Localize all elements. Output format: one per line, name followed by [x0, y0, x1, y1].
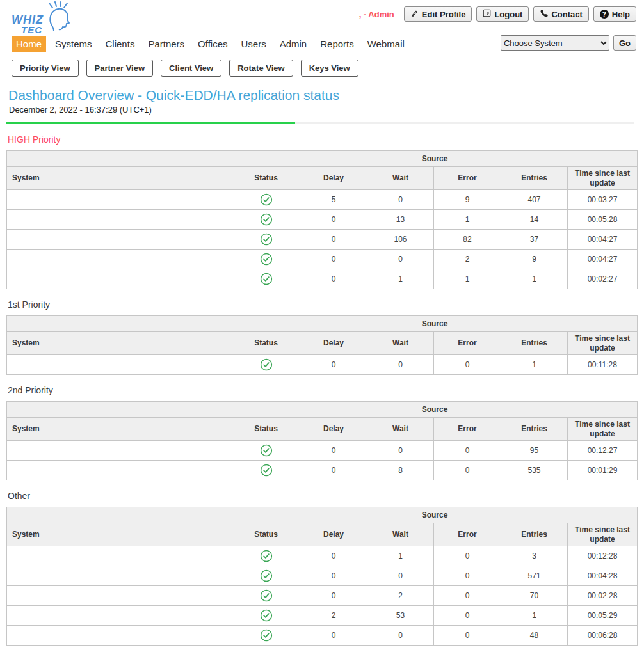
help-label: Help — [612, 10, 630, 19]
logo-text: WHIZ TEC — [12, 15, 44, 35]
entries-cell: 535 — [501, 461, 568, 480]
status-cell — [232, 566, 300, 586]
source-group-header: Source — [232, 507, 638, 523]
system-cell — [7, 546, 232, 566]
source-group-header: Source — [232, 402, 638, 418]
system-group-blank-header — [7, 507, 232, 523]
help-button[interactable]: ? Help — [593, 6, 636, 22]
error-cell: 0 — [434, 606, 501, 626]
system-group-blank-header — [7, 402, 232, 418]
contact-button[interactable]: Contact — [533, 6, 588, 22]
status-table: Source System Status Delay Wait Error En… — [6, 401, 638, 480]
error-column-header: Error — [434, 418, 501, 441]
error-cell: 82 — [434, 230, 501, 250]
nav-item-partners[interactable]: Partners — [143, 36, 189, 52]
wait-column-header: Wait — [367, 418, 434, 441]
entries-column-header: Entries — [501, 418, 568, 441]
entries-column-header: Entries — [501, 167, 568, 190]
delay-column-header: Delay — [300, 418, 367, 441]
page-datetime: December 2, 2022 - 16:37:29 (UTC+1) — [9, 105, 644, 115]
wait-column-header: Wait — [367, 332, 434, 355]
time-since-update-cell: 00:12:28 — [568, 546, 638, 566]
section-title: HIGH Priority — [8, 134, 644, 145]
time-since-update-cell: 00:02:27 — [568, 269, 638, 289]
partner-view-button[interactable]: Partner View — [86, 60, 154, 77]
section-2nd-priority: 2nd Priority Source System Status Delay … — [0, 385, 644, 480]
pencil-icon — [410, 9, 419, 19]
error-cell: 0 — [434, 441, 501, 461]
help-icon: ? — [600, 10, 609, 19]
wait-cell: 0 — [367, 626, 434, 646]
error-cell: 1 — [434, 210, 501, 230]
status-ok-icon — [260, 550, 273, 562]
wait-cell: 13 — [367, 210, 434, 230]
entries-cell: 3 — [501, 546, 568, 566]
status-cell — [232, 355, 300, 375]
table-row: 0 0 2 9 00:04:27 — [7, 250, 638, 269]
table-row: 0 0 0 48 00:06:28 — [7, 626, 638, 646]
error-cell: 0 — [434, 586, 501, 606]
keys-view-button[interactable]: Keys View — [301, 60, 358, 77]
section-other: Other Source System Status Delay Wait Er… — [0, 491, 644, 646]
logout-label: Logout — [494, 10, 522, 19]
logout-button[interactable]: Logout — [476, 6, 529, 22]
nav-item-clients[interactable]: Clients — [101, 36, 140, 52]
table-row: 0 0 0 95 00:12:27 — [7, 441, 638, 461]
error-cell: 0 — [434, 461, 501, 480]
time-column-header: Time since last update — [568, 332, 638, 355]
system-cell — [7, 230, 232, 250]
nav-item-webmail[interactable]: Webmail — [363, 36, 409, 52]
delay-cell: 0 — [300, 441, 367, 461]
delay-cell: 0 — [300, 355, 367, 375]
logged-in-user-label: , - Admin — [359, 10, 394, 19]
nav-item-reports[interactable]: Reports — [316, 36, 358, 52]
edit-profile-label: Edit Profile — [422, 10, 466, 19]
rotate-view-button[interactable]: Rotate View — [229, 60, 293, 77]
section-title: Other — [8, 491, 644, 501]
system-column-header: System — [7, 167, 232, 190]
time-since-update-cell: 00:04:27 — [568, 250, 638, 269]
error-cell: 1 — [434, 269, 501, 289]
status-cell — [232, 269, 300, 289]
nav-item-systems[interactable]: Systems — [51, 36, 97, 52]
entries-cell: 95 — [501, 441, 568, 461]
section-1st-priority: 1st Priority Source System Status Delay … — [0, 299, 644, 375]
time-column-header: Time since last update — [568, 167, 638, 190]
entries-cell: 407 — [501, 190, 568, 210]
error-cell: 2 — [434, 250, 501, 269]
nav-item-offices[interactable]: Offices — [193, 36, 232, 52]
view-buttons-row: Priority View Partner View Client View R… — [12, 60, 644, 77]
main-nav: Home Systems Clients Partners Offices Us… — [12, 35, 644, 52]
go-button[interactable]: Go — [613, 35, 636, 51]
system-cell — [7, 441, 232, 461]
status-cell — [232, 586, 300, 606]
system-cell — [7, 250, 232, 269]
nav-item-admin[interactable]: Admin — [275, 36, 312, 52]
source-group-header: Source — [232, 151, 638, 167]
delay-column-header: Delay — [300, 167, 367, 190]
system-chooser: Choose System Go — [501, 35, 636, 51]
delay-cell: 0 — [300, 626, 367, 646]
nav-item-home[interactable]: Home — [12, 36, 46, 52]
delay-cell: 0 — [300, 566, 367, 586]
time-since-update-cell: 00:01:29 — [568, 461, 638, 480]
table-row: 5 0 9 407 00:03:27 — [7, 190, 638, 210]
entries-cell: 37 — [501, 230, 568, 250]
client-view-button[interactable]: Client View — [161, 60, 221, 77]
page-title: Dashboard Overview - Quick-EDD/HA replic… — [8, 88, 644, 103]
table-row: 0 1 1 1 00:02:27 — [7, 269, 638, 289]
whiztec-logo: WHIZ TEC — [12, 1, 76, 35]
choose-system-select[interactable]: Choose System — [501, 35, 609, 51]
entries-cell: 70 — [501, 586, 568, 606]
edit-profile-button[interactable]: Edit Profile — [404, 6, 472, 22]
entries-cell: 9 — [501, 250, 568, 269]
system-cell — [7, 269, 232, 289]
nav-item-users[interactable]: Users — [237, 36, 271, 52]
status-cell — [232, 250, 300, 269]
section-title: 2nd Priority — [8, 385, 644, 395]
priority-view-button[interactable]: Priority View — [12, 60, 79, 77]
error-column-header: Error — [434, 332, 501, 355]
status-ok-icon — [260, 233, 273, 246]
system-cell — [7, 461, 232, 480]
system-column-header: System — [7, 418, 232, 441]
